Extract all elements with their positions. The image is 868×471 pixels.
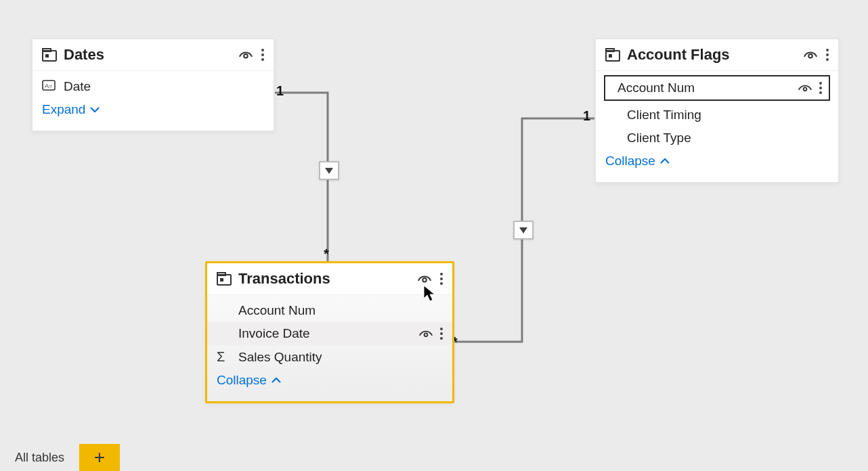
svg-text:A=: A= bbox=[45, 83, 52, 89]
more-options-icon[interactable] bbox=[440, 273, 443, 285]
more-options-icon[interactable] bbox=[440, 328, 443, 340]
table-title: Account Flags bbox=[627, 46, 796, 64]
svg-rect-15 bbox=[220, 278, 223, 282]
toggle-label: Collapse bbox=[605, 154, 655, 169]
table-card-account-flags[interactable]: Account Flags Account Num Client Timing … bbox=[594, 38, 840, 183]
collapse-toggle[interactable]: Collapse bbox=[207, 369, 452, 392]
table-icon bbox=[605, 48, 620, 62]
more-options-icon[interactable] bbox=[826, 49, 829, 61]
svg-marker-18 bbox=[424, 286, 435, 301]
table-card-transactions[interactable]: Transactions Account Num Invoice Date Σ bbox=[205, 261, 454, 403]
toggle-label: Expand bbox=[42, 102, 85, 117]
visibility-icon[interactable] bbox=[803, 49, 818, 61]
svg-rect-8 bbox=[606, 51, 620, 61]
table-header[interactable]: Dates bbox=[32, 39, 274, 71]
svg-rect-13 bbox=[217, 275, 231, 285]
field-row-date[interactable]: A= Date bbox=[32, 75, 274, 98]
field-row-sales-quantity[interactable]: Σ Sales Quantity bbox=[207, 345, 452, 369]
field-label: Invoice Date bbox=[238, 326, 418, 341]
svg-rect-4 bbox=[45, 54, 49, 58]
svg-rect-2 bbox=[43, 51, 56, 61]
more-options-icon[interactable] bbox=[819, 82, 822, 94]
visibility-icon[interactable] bbox=[417, 273, 432, 285]
mouse-cursor bbox=[423, 285, 437, 302]
collapse-toggle[interactable]: Collapse bbox=[596, 150, 838, 173]
add-tab-button[interactable]: + bbox=[79, 444, 120, 471]
visibility-icon[interactable] bbox=[418, 328, 433, 340]
sigma-icon: Σ bbox=[217, 349, 238, 365]
table-title: Transactions bbox=[238, 270, 410, 288]
expand-toggle[interactable]: Expand bbox=[32, 98, 274, 121]
more-options-icon[interactable] bbox=[261, 49, 264, 61]
toggle-label: Collapse bbox=[217, 373, 267, 388]
footer-bar: All tables + bbox=[0, 444, 120, 471]
cardinality-dates-side: 1 bbox=[276, 83, 284, 99]
svg-marker-1 bbox=[519, 227, 527, 233]
field-row-client-timing[interactable]: Client Timing bbox=[596, 104, 838, 127]
table-icon bbox=[217, 272, 232, 286]
visibility-icon[interactable] bbox=[798, 82, 812, 94]
text-field-icon: A= bbox=[42, 79, 64, 94]
field-row-client-type[interactable]: Client Type bbox=[596, 127, 838, 150]
svg-rect-10 bbox=[609, 54, 612, 58]
field-label: Account Num bbox=[238, 303, 443, 318]
chevron-up-icon bbox=[659, 157, 670, 165]
field-label: Client Timing bbox=[627, 108, 829, 122]
field-label: Account Num bbox=[617, 81, 798, 95]
relation-direction-arrow[interactable] bbox=[319, 161, 339, 180]
cardinality-transactions-side-a: * bbox=[324, 246, 329, 262]
svg-marker-0 bbox=[325, 168, 333, 174]
field-row-account-num[interactable]: Account Num bbox=[207, 299, 452, 322]
table-card-dates[interactable]: Dates A= Date Expand bbox=[31, 38, 275, 132]
field-label: Date bbox=[64, 79, 264, 94]
field-label: Sales Quantity bbox=[238, 350, 443, 365]
table-header[interactable]: Transactions bbox=[207, 263, 452, 295]
svg-point-5 bbox=[244, 54, 248, 58]
field-row-account-num[interactable]: Account Num bbox=[604, 75, 830, 101]
table-icon bbox=[42, 48, 57, 62]
svg-point-11 bbox=[808, 54, 812, 58]
chevron-down-icon bbox=[89, 106, 100, 114]
svg-point-12 bbox=[804, 87, 807, 91]
relation-direction-arrow[interactable] bbox=[513, 221, 534, 240]
all-tables-tab[interactable]: All tables bbox=[0, 451, 79, 465]
field-label: Client Type bbox=[627, 131, 829, 145]
svg-point-17 bbox=[425, 333, 428, 336]
table-header[interactable]: Account Flags bbox=[596, 39, 838, 71]
chevron-up-icon bbox=[271, 376, 282, 384]
cardinality-accountflags-side: 1 bbox=[583, 108, 590, 124]
field-row-invoice-date[interactable]: Invoice Date bbox=[207, 322, 452, 345]
table-title: Dates bbox=[64, 46, 232, 64]
svg-point-16 bbox=[422, 278, 427, 282]
visibility-icon[interactable] bbox=[238, 49, 253, 61]
